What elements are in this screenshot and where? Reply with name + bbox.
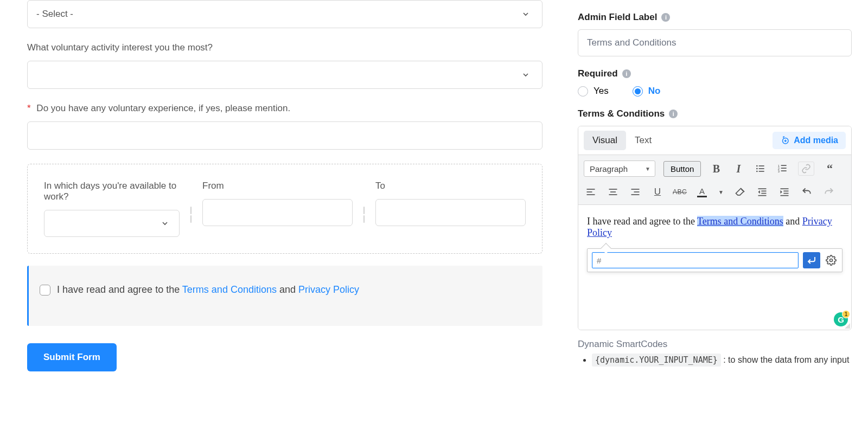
- chevron-down-icon: [161, 219, 169, 228]
- svg-marker-31: [781, 190, 782, 194]
- text-color-dropdown-icon[interactable]: ▼: [717, 185, 725, 199]
- required-no-radio[interactable]: No: [633, 86, 661, 97]
- experience-input[interactable]: [27, 121, 542, 150]
- required-heading: Required i: [578, 68, 852, 79]
- svg-rect-19: [631, 189, 640, 190]
- align-center-icon[interactable]: [606, 185, 620, 199]
- admin-field-label-heading: Admin Field Label i: [578, 12, 852, 23]
- terms-conditions-heading: Terms & Conditions i: [578, 108, 852, 119]
- svg-rect-29: [783, 193, 788, 194]
- svg-rect-6: [759, 171, 764, 172]
- link-icon[interactable]: [798, 162, 814, 176]
- grammarly-icon[interactable]: G1: [834, 312, 848, 326]
- days-label: In which days you're available to work?: [44, 181, 180, 202]
- strikethrough-icon[interactable]: ABC: [673, 185, 687, 199]
- info-icon[interactable]: i: [622, 69, 631, 78]
- privacy-link[interactable]: Privacy Policy: [298, 284, 359, 295]
- experience-label: * Do you have any voluntary experience, …: [27, 103, 542, 114]
- to-label: To: [375, 181, 526, 191]
- insert-button-button[interactable]: Button: [663, 161, 701, 177]
- svg-rect-22: [758, 188, 767, 189]
- required-radio-group: Yes No: [578, 86, 852, 97]
- svg-rect-15: [587, 194, 595, 195]
- editor-tabs: Visual Text Add media: [578, 126, 851, 155]
- italic-icon[interactable]: I: [731, 162, 745, 176]
- editor-toolbar: Paragraph ▼ Button B I 123 “: [578, 155, 851, 205]
- text-color-icon[interactable]: A: [695, 185, 709, 199]
- submit-button[interactable]: Submit Form: [27, 343, 117, 371]
- apply-link-button[interactable]: [803, 252, 820, 268]
- svg-rect-24: [761, 193, 766, 194]
- days-select[interactable]: [44, 210, 180, 237]
- link-edit-tooltip: [587, 248, 843, 272]
- svg-rect-12: [781, 170, 787, 171]
- bullet-list-icon[interactable]: [754, 162, 768, 176]
- underline-icon[interactable]: U: [650, 185, 665, 199]
- paragraph-select[interactable]: Paragraph ▼: [584, 160, 655, 177]
- required-yes-radio[interactable]: Yes: [578, 86, 609, 97]
- svg-rect-28: [783, 191, 788, 192]
- terms-checkbox[interactable]: [40, 285, 50, 296]
- editor-content[interactable]: I have read and agree to the Terms and C…: [578, 205, 851, 330]
- terms-text: I have read and agree to the Terms and C…: [57, 284, 359, 296]
- svg-marker-26: [758, 190, 760, 194]
- svg-point-1: [756, 165, 758, 167]
- select-placeholder: - Select -: [36, 9, 73, 20]
- terms-field-block[interactable]: I have read and agree to the Terms and C…: [27, 266, 542, 326]
- svg-rect-18: [609, 194, 617, 195]
- smartcode-token: {dynamic.YOUR_INPUT_NAME}: [592, 354, 721, 367]
- list-item: {dynamic.YOUR_INPUT_NAME} : to show the …: [592, 355, 852, 365]
- required-star-icon: *: [27, 103, 31, 113]
- numbered-list-icon[interactable]: 123: [776, 162, 790, 176]
- svg-rect-8: [781, 165, 787, 166]
- blockquote-icon[interactable]: “: [822, 162, 837, 176]
- radio-icon: [633, 86, 643, 97]
- country-select[interactable]: - Select -: [27, 0, 542, 28]
- radio-icon: [578, 86, 588, 97]
- availability-panel: In which days you're available to work? …: [27, 164, 542, 254]
- link-url-input[interactable]: [592, 252, 799, 268]
- tab-visual[interactable]: Visual: [584, 131, 626, 150]
- media-icon: [780, 136, 790, 145]
- outdent-icon[interactable]: [755, 185, 769, 199]
- info-icon[interactable]: i: [661, 13, 670, 22]
- svg-point-32: [830, 259, 833, 262]
- dynamic-smartcodes-list: {dynamic.YOUR_INPUT_NAME} : to show the …: [578, 355, 852, 365]
- from-label: From: [202, 181, 353, 191]
- from-input[interactable]: [202, 199, 353, 226]
- clear-formatting-icon[interactable]: [733, 185, 747, 199]
- svg-point-3: [756, 168, 758, 170]
- dynamic-smartcodes-heading: Dynamic SmartCodes: [578, 339, 852, 350]
- svg-rect-13: [587, 189, 595, 190]
- svg-rect-17: [610, 191, 616, 192]
- bold-icon[interactable]: B: [709, 162, 723, 176]
- svg-rect-10: [781, 168, 787, 169]
- activity-select[interactable]: [27, 61, 542, 89]
- add-media-button[interactable]: Add media: [773, 132, 846, 149]
- undo-icon[interactable]: [800, 185, 814, 199]
- info-icon[interactable]: i: [669, 110, 678, 118]
- selected-link-text[interactable]: Terms and Conditions: [697, 216, 783, 227]
- svg-point-5: [756, 171, 758, 172]
- link-settings-button[interactable]: [825, 254, 838, 267]
- svg-rect-27: [781, 188, 789, 189]
- chevron-down-icon: [521, 10, 530, 18]
- indent-icon[interactable]: [777, 185, 792, 199]
- form-preview-panel: - Select - What voluntary activity inter…: [0, 0, 570, 443]
- gear-icon: [826, 255, 837, 266]
- rich-text-editor: Visual Text Add media Paragraph ▼ Button…: [578, 126, 852, 330]
- redo-icon[interactable]: [822, 185, 836, 199]
- panel-divider: [190, 181, 192, 223]
- align-right-icon[interactable]: [628, 185, 642, 199]
- to-input[interactable]: [375, 199, 526, 226]
- svg-rect-25: [758, 195, 767, 196]
- svg-rect-23: [761, 191, 766, 192]
- svg-rect-14: [587, 191, 592, 192]
- tab-text[interactable]: Text: [626, 131, 660, 150]
- align-left-icon[interactable]: [584, 185, 598, 199]
- admin-field-label-input[interactable]: [578, 29, 852, 56]
- grammarly-badge: 1: [842, 310, 850, 318]
- svg-rect-2: [759, 165, 764, 166]
- terms-link[interactable]: Terms and Conditions: [182, 284, 277, 295]
- svg-rect-4: [759, 168, 764, 169]
